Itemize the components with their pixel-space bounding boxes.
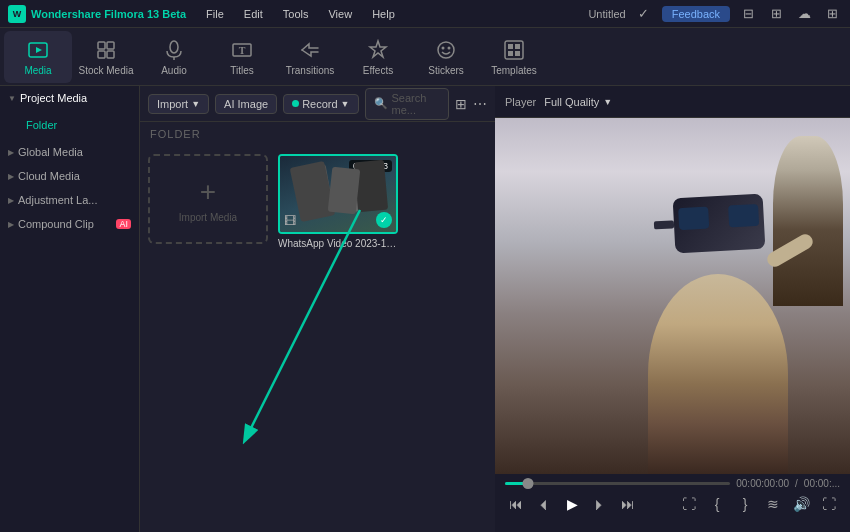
templates-icon xyxy=(502,38,526,62)
media-toolbar: Import ▼ AI Image Record ▼ 🔍 Search me..… xyxy=(140,86,495,122)
svg-rect-5 xyxy=(107,51,114,58)
app-logo: W Wondershare Filmora 13 Beta xyxy=(8,5,186,23)
search-placeholder: Search me... xyxy=(392,92,440,116)
main-content: ▼ Project Media Folder ▶ Global Media ▶ … xyxy=(0,86,850,532)
expand-arrow-icon: ▼ xyxy=(8,94,16,103)
import-button[interactable]: Import ▼ xyxy=(148,94,209,114)
filter-icon[interactable]: ⊞ xyxy=(455,96,467,112)
frame-back-button[interactable]: ⏴ xyxy=(533,493,555,515)
expand-arrow-global-icon: ▶ xyxy=(8,148,14,157)
svg-rect-14 xyxy=(505,41,523,59)
svg-rect-17 xyxy=(508,51,513,56)
search-box[interactable]: 🔍 Search me... xyxy=(365,88,449,120)
toolbar-stock-media[interactable]: Stock Media xyxy=(72,31,140,83)
expand-arrow-cloud-icon: ▶ xyxy=(8,172,14,181)
sidebar-item-adjustment[interactable]: ▶ Adjustment La... xyxy=(0,188,139,212)
cloud-media-label: Cloud Media xyxy=(18,170,131,182)
record-dot-icon xyxy=(292,100,299,107)
menu-view[interactable]: View xyxy=(320,6,360,22)
toolbar-stickers[interactable]: Stickers xyxy=(412,31,480,83)
svg-rect-18 xyxy=(515,51,520,56)
import-label: Import xyxy=(157,98,188,110)
player-progress-track[interactable] xyxy=(505,482,730,485)
player-video xyxy=(495,118,850,474)
svg-marker-10 xyxy=(370,41,386,57)
skip-back-button[interactable]: ⏮ xyxy=(505,493,527,515)
sidebar-item-project-media[interactable]: ▼ Project Media xyxy=(0,86,139,110)
sidebar-item-compound-clip[interactable]: ▶ Compound Clip AI xyxy=(0,212,139,236)
toolbar: Media Stock Media Audio T Titles Transit… xyxy=(0,28,850,86)
import-chevron-icon: ▼ xyxy=(191,99,200,109)
mark-out-button[interactable]: } xyxy=(734,493,756,515)
global-media-label: Global Media xyxy=(18,146,131,158)
media-thumbnail: 00:00:13 🎞 ✓ xyxy=(278,154,398,234)
sidebar-item-global-media[interactable]: ▶ Global Media xyxy=(0,140,139,164)
sidebar-item-cloud-media[interactable]: ▶ Cloud Media xyxy=(0,164,139,188)
quality-chevron-icon: ▼ xyxy=(603,97,612,107)
verified-icon: ✓ xyxy=(634,4,654,24)
add-plus-icon: + xyxy=(200,176,216,208)
mark-in-button[interactable]: { xyxy=(706,493,728,515)
frame-fwd-button[interactable]: ⏵ xyxy=(589,493,611,515)
quality-select[interactable]: Full Quality ▼ xyxy=(544,96,612,108)
stock-media-icon xyxy=(94,38,118,62)
toolbar-media[interactable]: Media xyxy=(4,31,72,83)
fullscreen-button[interactable]: ⛶ xyxy=(818,493,840,515)
menu-help[interactable]: Help xyxy=(364,6,403,22)
media-selected-check-icon: ✓ xyxy=(376,212,392,228)
layout-icon[interactable]: ⊞ xyxy=(766,4,786,24)
crop-button[interactable]: ⛶ xyxy=(678,493,700,515)
effects-icon xyxy=(366,38,390,62)
filmstrip-icon: 🎞 xyxy=(284,214,296,228)
toolbar-transitions[interactable]: Transitions xyxy=(276,31,344,83)
svg-rect-4 xyxy=(98,51,105,58)
speaker-button[interactable]: 🔊 xyxy=(790,493,812,515)
menu-file[interactable]: File xyxy=(198,6,232,22)
monitor-icon[interactable]: ⊟ xyxy=(738,4,758,24)
compound-clip-label: Compound Clip xyxy=(18,218,112,230)
logo-icon: W xyxy=(8,5,26,23)
vr-scene-visual xyxy=(495,118,850,474)
skip-fwd-button[interactable]: ⏭ xyxy=(617,493,639,515)
quality-label: Full Quality xyxy=(544,96,599,108)
toolbar-effects[interactable]: Effects xyxy=(344,31,412,83)
menu-tools[interactable]: Tools xyxy=(275,6,317,22)
toolbar-templates[interactable]: Templates xyxy=(480,31,548,83)
folder-item[interactable]: Folder xyxy=(6,114,133,136)
player-time-current: 00:00:00:00 xyxy=(736,478,789,489)
media-grid: + Import Media 00:00:13 🎞 ✓ WhatsApp Vid… xyxy=(140,146,495,257)
search-icon: 🔍 xyxy=(374,97,388,110)
ai-image-button[interactable]: AI Image xyxy=(215,94,277,114)
svg-marker-1 xyxy=(36,47,42,53)
player-controls-row: ⏮ ⏴ ▶ ⏵ ⏭ ⛶ { } ≋ 🔊 ⛶ xyxy=(505,493,840,515)
import-media-card[interactable]: + Import Media xyxy=(148,154,268,244)
menu-right: Untitled ✓ Feedback ⊟ ⊞ ☁ ⊞ xyxy=(588,4,842,24)
cloud-icon[interactable]: ☁ xyxy=(794,4,814,24)
adjustment-label: Adjustment La... xyxy=(18,194,131,206)
svg-rect-16 xyxy=(515,44,520,49)
audio-wave-button[interactable]: ≋ xyxy=(762,493,784,515)
app-name: Wondershare Filmora 13 Beta xyxy=(31,8,186,20)
record-button[interactable]: Record ▼ xyxy=(283,94,358,114)
feedback-button[interactable]: Feedback xyxy=(662,6,730,22)
project-media-section: Folder xyxy=(0,110,139,140)
expand-arrow-compound-icon: ▶ xyxy=(8,220,14,229)
more-options-icon[interactable]: ⋯ xyxy=(473,96,487,112)
stickers-icon xyxy=(434,38,458,62)
player-panel: Player Full Quality ▼ xyxy=(495,86,850,532)
titles-icon: T xyxy=(230,38,254,62)
player-time-total: 00:00:... xyxy=(804,478,840,489)
media-icon xyxy=(26,38,50,62)
media-card-whatsapp[interactable]: 00:00:13 🎞 ✓ WhatsApp Video 2023-10-05..… xyxy=(278,154,398,249)
ai-image-label: AI Image xyxy=(224,98,268,110)
grid-icon[interactable]: ⊞ xyxy=(822,4,842,24)
player-time-separator: / xyxy=(795,478,798,489)
menu-edit[interactable]: Edit xyxy=(236,6,271,22)
svg-point-13 xyxy=(448,46,451,49)
project-media-label: Project Media xyxy=(20,92,131,104)
svg-rect-3 xyxy=(107,42,114,49)
play-button[interactable]: ▶ xyxy=(561,493,583,515)
toolbar-audio[interactable]: Audio xyxy=(140,31,208,83)
svg-point-11 xyxy=(438,42,454,58)
toolbar-titles[interactable]: T Titles xyxy=(208,31,276,83)
